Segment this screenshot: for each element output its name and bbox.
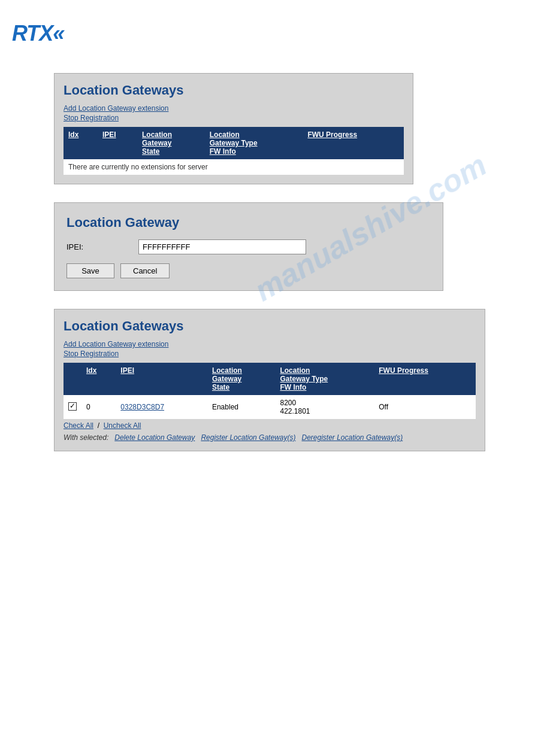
check-uncheck-row: Check All / Uncheck All (64, 421, 476, 430)
table-header-row-2: Idx IPEI LocationGatewayState LocationGa… (64, 363, 476, 395)
ipei-link[interactable]: 0328D3C8D7 (120, 403, 164, 411)
row-ipei[interactable]: 0328D3C8D7 (116, 395, 207, 419)
table-header-row-1: Idx IPEI LocationGatewayState LocationGa… (64, 127, 404, 159)
row-state: Enabled (207, 395, 276, 419)
th-ipei-2: IPEI (116, 363, 207, 395)
th-type-1: LocationGateway TypeFW Info (205, 127, 303, 159)
add-location-gateway-link-2[interactable]: Add Location Gateway extension (64, 340, 476, 348)
ipei-label: IPEI: (67, 242, 138, 251)
th-fwu-1: FWU Progress (303, 127, 404, 159)
rtx-logo: RTX« (12, 21, 523, 46)
with-selected-label: With selected: (64, 433, 108, 442)
th-type-2: LocationGateway TypeFW Info (275, 363, 374, 395)
gateways-table-1: Idx IPEI LocationGatewayState LocationGa… (64, 127, 404, 175)
ipei-input[interactable] (138, 239, 306, 254)
with-selected-row: With selected: Delete Location Gateway R… (64, 433, 476, 442)
deregister-gateway-link[interactable]: Deregister Location Gateway(s) (301, 433, 403, 442)
delete-gateway-link[interactable]: Delete Location Gateway (114, 433, 195, 442)
gateways-table-2: Idx IPEI LocationGatewayState LocationGa… (64, 363, 476, 419)
no-data-message: There are currently no extensions for se… (64, 159, 404, 175)
add-location-gateway-link-1[interactable]: Add Location Gateway extension (64, 104, 404, 113)
panel-2-title: Location Gateways (64, 318, 476, 334)
th-state-1: LocationGatewayState (137, 127, 205, 159)
th-ipei-1: IPEI (98, 127, 137, 159)
th-cb-2 (64, 363, 81, 395)
panel-1-title: Location Gateways (64, 83, 404, 98)
row-idx: 0 (81, 395, 116, 419)
logo-area: RTX« (12, 12, 523, 55)
ipei-form-row: IPEI: (67, 239, 431, 254)
form-button-row: Save Cancel (67, 263, 431, 278)
cancel-button[interactable]: Cancel (120, 263, 170, 278)
th-state-2: LocationGatewayState (207, 363, 276, 395)
row-checkbox-cell[interactable] (64, 395, 81, 419)
table-row: 0 0328D3C8D7 Enabled 8200422.1801 Off (64, 395, 476, 419)
th-idx-2: Idx (81, 363, 116, 395)
row-checkbox[interactable] (68, 402, 77, 411)
save-button[interactable]: Save (67, 263, 114, 278)
location-gateway-form-panel: Location Gateway IPEI: Save Cancel (54, 202, 443, 291)
row-type-fw: 8200422.1801 (275, 395, 374, 419)
register-gateway-link[interactable]: Register Location Gateway(s) (201, 433, 295, 442)
uncheck-all-link[interactable]: Uncheck All (104, 421, 141, 430)
no-data-row: There are currently no extensions for se… (64, 159, 404, 175)
rtx-logo-text: RTX« (12, 21, 64, 46)
stop-registration-link-1[interactable]: Stop Registration (64, 114, 404, 122)
row-fwu: Off (374, 395, 476, 419)
location-gateways-panel-1: Location Gateways Add Location Gateway e… (54, 73, 413, 184)
check-all-link[interactable]: Check All (64, 421, 93, 430)
th-idx-1: Idx (64, 127, 98, 159)
th-fwu-2: FWU Progress (374, 363, 476, 395)
form-panel-title: Location Gateway (67, 215, 431, 230)
location-gateways-panel-2: Location Gateways Add Location Gateway e… (54, 309, 485, 451)
stop-registration-link-2[interactable]: Stop Registration (64, 350, 476, 358)
